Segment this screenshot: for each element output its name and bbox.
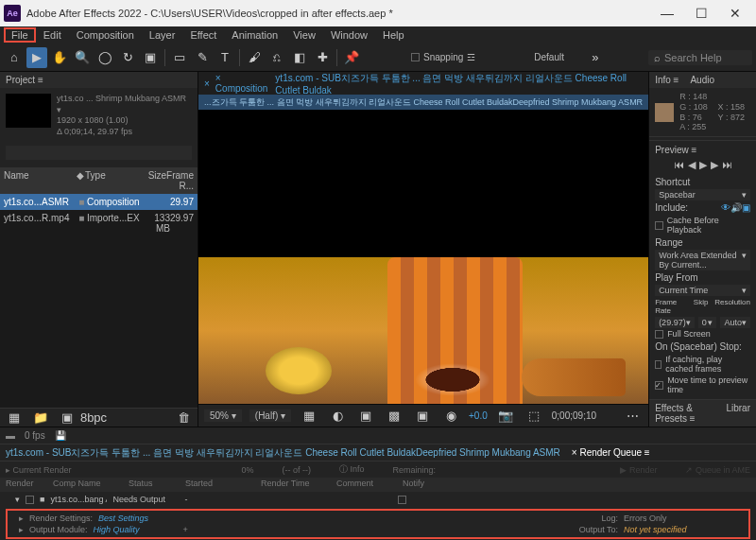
rotate-tool[interactable]: ↻ bbox=[117, 47, 138, 68]
transparency-icon[interactable]: ▩ bbox=[384, 406, 404, 427]
shortcut-select[interactable]: Spacebar▾ bbox=[655, 189, 750, 200]
col-type-header[interactable]: Type bbox=[85, 170, 138, 191]
quality-select[interactable]: (Half) ▾ bbox=[249, 409, 291, 422]
prev-frame-icon[interactable]: ◀ bbox=[688, 159, 696, 171]
selection-tool[interactable]: ▶ bbox=[26, 47, 47, 68]
render-button[interactable]: ▶ Render bbox=[620, 465, 657, 475]
col-name-header[interactable]: Name bbox=[4, 170, 77, 191]
disk-cache-icon[interactable]: 💾 bbox=[55, 430, 66, 441]
mask-icon[interactable]: ◐ bbox=[327, 406, 348, 427]
new-comp-icon[interactable]: ▣ bbox=[57, 408, 77, 428]
col-frame-header[interactable]: Frame R... bbox=[166, 170, 194, 191]
snapshot-icon[interactable]: 📷 bbox=[495, 406, 516, 427]
minimize-button[interactable]: — bbox=[650, 0, 684, 26]
channel-icon[interactable]: ◉ bbox=[440, 406, 461, 427]
trash-icon[interactable]: 🗑 bbox=[173, 408, 194, 428]
eraser-tool[interactable]: ◧ bbox=[289, 47, 310, 68]
new-folder-icon[interactable]: 📁 bbox=[30, 408, 51, 428]
pen-tool[interactable]: ✎ bbox=[192, 47, 213, 68]
project-filter-input[interactable] bbox=[6, 146, 192, 160]
render-queue-item[interactable]: ▾ ■ yt1s.co...bang ASMR Needs Output - bbox=[0, 492, 756, 507]
next-frame-icon[interactable]: ▶ bbox=[711, 159, 718, 171]
menu-composition[interactable]: Composition bbox=[69, 27, 142, 43]
menu-window[interactable]: Window bbox=[323, 27, 375, 43]
camera-tool[interactable]: ▣ bbox=[140, 47, 161, 68]
zoom-tool[interactable]: 🔍 bbox=[72, 47, 93, 68]
interpret-footage-icon[interactable]: ▦ bbox=[4, 408, 25, 428]
effects-presets-tab[interactable]: Effects & Presets ≡ bbox=[655, 403, 718, 424]
clone-tool[interactable]: ⎌ bbox=[266, 47, 287, 68]
exposure-value[interactable]: +0.0 bbox=[469, 410, 488, 421]
render-queue-tab[interactable]: × Render Queue ≡ bbox=[572, 447, 650, 458]
menu-file[interactable]: File bbox=[4, 27, 36, 43]
zoom-select[interactable]: 50% ▾ bbox=[204, 409, 242, 422]
play-from-select[interactable]: Current Time▾ bbox=[655, 285, 750, 296]
search-help[interactable]: ⌕ Search Help bbox=[648, 50, 752, 65]
menu-edit[interactable]: Edit bbox=[36, 27, 69, 43]
add-output-button[interactable]: + bbox=[183, 525, 188, 534]
output-module-link[interactable]: High Quality bbox=[94, 525, 140, 534]
brush-tool[interactable]: 🖌 bbox=[244, 47, 265, 68]
menu-effect[interactable]: Effect bbox=[182, 27, 224, 43]
menu-animation[interactable]: Animation bbox=[224, 27, 285, 43]
queue-ame-button[interactable]: ↗ Queue in AME bbox=[685, 465, 750, 475]
fullscreen-checkbox[interactable]: Full Screen bbox=[655, 328, 750, 340]
maximize-button[interactable]: ☐ bbox=[684, 0, 718, 26]
col-size-header[interactable]: Size bbox=[138, 170, 166, 191]
play-icon[interactable]: ▶ bbox=[699, 159, 707, 171]
if-caching-checkbox[interactable]: If caching, play cached frames bbox=[655, 354, 750, 375]
range-select[interactable]: Work Area Extended By Current...▾ bbox=[655, 250, 750, 270]
orbit-tool[interactable]: ◯ bbox=[94, 47, 115, 68]
project-row-size bbox=[141, 197, 170, 207]
hand-tool[interactable]: ✋ bbox=[49, 47, 70, 68]
render-settings-link[interactable]: Best Settings bbox=[98, 514, 148, 523]
grid-icon[interactable]: ▦ bbox=[299, 406, 319, 427]
menu-view[interactable]: View bbox=[285, 27, 323, 43]
comp-timeline-tab[interactable]: yt1s.com - SUB치즈가득 두툼한 ... 음면 먹방 새우튀김까지 … bbox=[6, 446, 560, 460]
text-tool[interactable]: T bbox=[215, 47, 235, 68]
roto-tool[interactable]: ✚ bbox=[312, 47, 333, 68]
view-options-icon[interactable]: ⋯ bbox=[622, 406, 643, 427]
libraries-tab[interactable]: Librar bbox=[726, 403, 750, 424]
queue-render-checkbox[interactable] bbox=[26, 496, 34, 504]
workspace-menu-icon[interactable]: » bbox=[585, 47, 606, 68]
close-button[interactable]: ✕ bbox=[718, 0, 752, 26]
snapping-checkbox[interactable] bbox=[411, 53, 420, 61]
menu-layer[interactable]: Layer bbox=[142, 27, 183, 43]
audio-tab[interactable]: Audio bbox=[690, 75, 714, 85]
include-icons[interactable]: 👁🔊▣ bbox=[721, 202, 750, 213]
comp-breadcrumb[interactable]: ...즈가득 두툼한 ... 음면 먹방 새우튀김까지 리얼사운드 Cheese… bbox=[198, 95, 648, 110]
home-icon[interactable]: ⌂ bbox=[4, 47, 25, 68]
region-icon[interactable]: ▣ bbox=[355, 406, 376, 427]
project-selected-item[interactable]: yt1s.co ... Shrimp Mukbang ASMR ▾ 1920 x… bbox=[0, 88, 198, 144]
resolution-select[interactable]: Auto▾ bbox=[720, 317, 750, 328]
timecode[interactable]: 0;00;09;10 bbox=[552, 410, 596, 421]
framerate-select[interactable]: (29.97)▾ bbox=[655, 317, 695, 328]
queue-expand-icon[interactable]: ▾ bbox=[15, 495, 20, 504]
bpc-icon[interactable]: 8bpc bbox=[83, 408, 104, 428]
first-frame-icon[interactable]: ⏮ bbox=[674, 159, 684, 171]
move-time-checkbox[interactable]: Move time to preview time bbox=[655, 375, 750, 395]
project-row-size: 133 MB bbox=[141, 213, 170, 234]
comp-tab-name[interactable]: yt1s.com - SUB치즈가득 두툼한 ... 음면 먹방 새우튀김까지 … bbox=[275, 72, 643, 96]
view-icon[interactable]: ▣ bbox=[412, 406, 433, 427]
render-info-button[interactable]: ⓘ Info bbox=[339, 463, 365, 476]
last-frame-icon[interactable]: ⏭ bbox=[722, 159, 732, 171]
puppet-tool[interactable]: 📌 bbox=[341, 47, 362, 68]
project-row-comp[interactable]: yt1s.co...ASMR ■ Composition 29.97 bbox=[0, 194, 198, 210]
log-select[interactable]: Errors Only bbox=[624, 514, 737, 523]
comp-tab-close-icon[interactable]: × bbox=[204, 78, 210, 89]
project-row-footage[interactable]: yt1s.co...R.mp4 ■ Importe...EX 133 MB 29… bbox=[0, 210, 198, 236]
skip-select[interactable]: 0▾ bbox=[698, 317, 717, 328]
shape-tool[interactable]: ▭ bbox=[169, 47, 190, 68]
menu-help[interactable]: Help bbox=[375, 27, 412, 43]
show-snapshot-icon[interactable]: ⬚ bbox=[524, 406, 544, 427]
queue-notify-checkbox[interactable] bbox=[398, 496, 406, 504]
workspace-selector[interactable]: Default bbox=[534, 52, 564, 62]
snapping-toggle[interactable]: Snapping ☲ bbox=[411, 52, 475, 62]
output-to-link[interactable]: Not yet specified bbox=[624, 525, 737, 534]
composition-viewport[interactable] bbox=[198, 110, 648, 404]
cache-before-checkbox[interactable]: Cache Before Playback bbox=[655, 215, 750, 235]
project-row-fps: 29.97 bbox=[170, 197, 194, 207]
info-tab[interactable]: Info ≡ bbox=[655, 75, 679, 85]
